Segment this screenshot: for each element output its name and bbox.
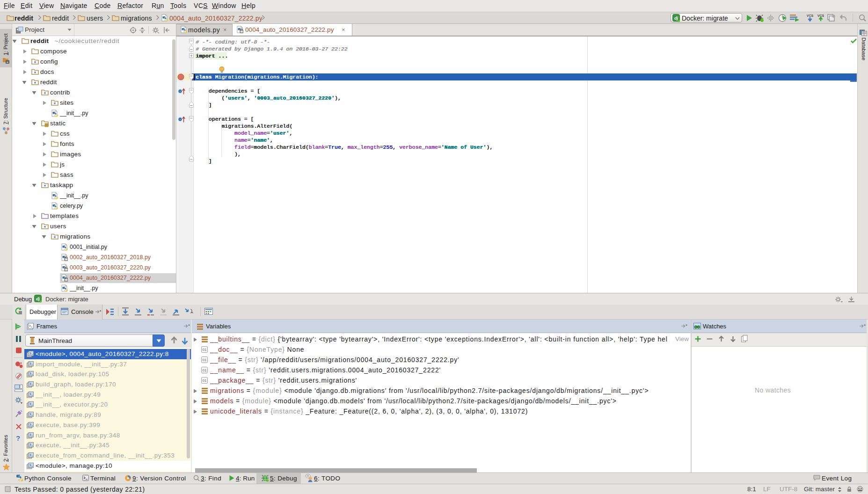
svg-text:dj: dj xyxy=(36,297,40,301)
svg-text:VCS: VCS xyxy=(807,14,813,17)
svg-text:01: 01 xyxy=(203,348,207,352)
svg-text:01: 01 xyxy=(203,378,207,383)
svg-text:01: 01 xyxy=(203,368,207,372)
svg-text:01: 01 xyxy=(203,358,207,362)
svg-text:dj: dj xyxy=(674,16,678,21)
